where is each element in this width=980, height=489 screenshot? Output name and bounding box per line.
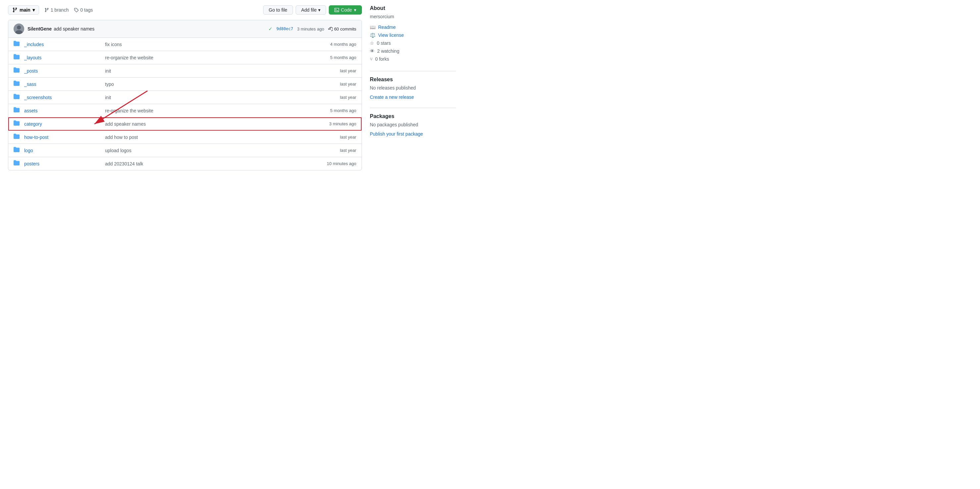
folder-svg xyxy=(14,120,19,126)
file-commit-message: add speaker names xyxy=(97,121,329,127)
sidebar: About mersorcium 📖 Readme ⚖️ View licens… xyxy=(370,5,456,170)
sidebar-divider-1 xyxy=(370,71,456,71)
file-time: 4 months ago xyxy=(330,42,356,47)
watching-item[interactable]: 👁 2 watching xyxy=(370,47,456,55)
license-link[interactable]: View license xyxy=(378,32,404,38)
file-time: last year xyxy=(340,148,356,153)
commit-hash[interactable]: 9d80ec7 xyxy=(277,27,293,31)
file-name[interactable]: category xyxy=(24,121,97,127)
file-name[interactable]: _screenshots xyxy=(24,95,97,100)
table-row[interactable]: _sass typo last year xyxy=(8,78,361,91)
code-label: Code xyxy=(341,7,352,13)
folder-icon-cell xyxy=(14,40,24,48)
svg-point-1 xyxy=(17,25,21,30)
folder-icon-cell xyxy=(14,80,24,88)
folder-icon-cell xyxy=(14,120,24,127)
table-row[interactable]: how-to-post add how to post last year xyxy=(8,131,361,144)
packages-title: Packages xyxy=(370,113,456,119)
code-button[interactable]: Code ▾ xyxy=(329,5,362,14)
folder-icon xyxy=(14,80,19,88)
commit-author[interactable]: SilentGene xyxy=(27,26,52,32)
file-time: last year xyxy=(340,68,356,73)
file-name[interactable]: _includes xyxy=(24,42,97,47)
tag-icon xyxy=(74,8,78,12)
top-bar-right: Go to file Add file ▾ Code ▾ xyxy=(263,5,362,14)
commits-count[interactable]: 60 commits xyxy=(328,27,356,32)
file-time: last year xyxy=(340,81,356,86)
table-row[interactable]: _screenshots init last year xyxy=(8,91,361,104)
table-row[interactable]: posters add 20230124 talk 10 minutes ago xyxy=(8,157,361,170)
about-section: About mersorcium 📖 Readme ⚖️ View licens… xyxy=(370,5,456,63)
packages-section: Packages No packages published Publish y… xyxy=(370,113,456,137)
readme-link[interactable]: Readme xyxy=(378,24,396,30)
table-row[interactable]: _layouts re-organize the website 5 month… xyxy=(8,51,361,64)
file-name[interactable]: logo xyxy=(24,148,97,153)
commits-number: 60 xyxy=(334,27,339,32)
folder-svg xyxy=(14,67,19,73)
file-commit-message: init xyxy=(97,68,340,73)
commit-meta: ✓ 9d80ec7 3 minutes ago 60 commits xyxy=(269,26,356,32)
folder-icon xyxy=(14,160,19,167)
author-avatar[interactable] xyxy=(14,24,24,34)
no-releases-text: No releases published xyxy=(370,85,456,91)
file-name[interactable]: posters xyxy=(24,161,97,166)
folder-icon xyxy=(14,133,19,141)
file-commit-message: init xyxy=(97,95,340,100)
add-file-button[interactable]: Add file ▾ xyxy=(296,5,326,14)
sidebar-divider-2 xyxy=(370,108,456,108)
table-row[interactable]: _posts init last year xyxy=(8,64,361,78)
table-row[interactable]: _includes fix icons 4 months ago xyxy=(8,38,361,51)
folder-svg xyxy=(14,40,19,46)
branch-selector[interactable]: main ▾ xyxy=(8,5,39,14)
file-commit-message: upload logos xyxy=(97,148,340,153)
tag-count-tag[interactable]: 0 tags xyxy=(74,7,93,13)
add-file-label: Add file xyxy=(301,7,317,13)
stars-item[interactable]: ☆ 0 stars xyxy=(370,39,456,47)
create-release-link[interactable]: Create a new release xyxy=(370,94,414,100)
fork-icon: ⑂ xyxy=(370,56,372,62)
folder-icon xyxy=(14,54,19,61)
file-commit-message: re-organize the website xyxy=(97,108,330,113)
about-title: About xyxy=(370,5,456,11)
branch-count-label: 1 branch xyxy=(51,7,68,13)
folder-icon xyxy=(14,94,19,101)
file-time: 5 months ago xyxy=(330,55,356,60)
goto-file-button[interactable]: Go to file xyxy=(263,5,293,14)
folder-icon xyxy=(14,120,19,127)
folder-icon xyxy=(14,147,19,154)
folder-icon-cell xyxy=(14,107,24,115)
table-row[interactable]: category add speaker names 3 minutes ago xyxy=(8,117,361,131)
top-bar: main ▾ 1 branch 0 tags Go to file xyxy=(8,5,362,14)
forks-count: 0 forks xyxy=(375,56,389,62)
repo-description: mersorcium xyxy=(370,14,456,19)
folder-icon-cell xyxy=(14,160,24,167)
table-row[interactable]: logo upload logos last year xyxy=(8,144,361,157)
tag-count-label: 0 tags xyxy=(80,7,93,13)
check-icon: ✓ xyxy=(269,26,272,32)
file-name[interactable]: how-to-post xyxy=(24,135,97,140)
folder-icon-cell xyxy=(14,54,24,61)
file-name[interactable]: _posts xyxy=(24,68,97,73)
branch-count-tag[interactable]: 1 branch xyxy=(45,7,68,13)
top-bar-left: main ▾ 1 branch 0 tags xyxy=(8,5,93,14)
file-name[interactable]: _layouts xyxy=(24,55,97,61)
license-item[interactable]: ⚖️ View license xyxy=(370,31,456,39)
readme-item[interactable]: 📖 Readme xyxy=(370,23,456,31)
file-name[interactable]: assets xyxy=(24,108,97,113)
commits-label: commits xyxy=(340,27,356,32)
scale-icon: ⚖️ xyxy=(370,32,375,38)
folder-icon-cell xyxy=(14,133,24,141)
publish-package-link[interactable]: Publish your first package xyxy=(370,131,423,137)
history-icon xyxy=(328,27,333,31)
add-file-chevron: ▾ xyxy=(318,7,320,13)
commit-message: add speaker names xyxy=(54,26,94,32)
releases-title: Releases xyxy=(370,76,456,83)
forks-item[interactable]: ⑂ 0 forks xyxy=(370,55,456,63)
branch-icon xyxy=(12,7,18,13)
commit-info: SilentGene add speaker names xyxy=(27,26,265,32)
folder-svg xyxy=(14,147,19,153)
file-name[interactable]: _sass xyxy=(24,81,97,87)
table-row[interactable]: assets re-organize the website 5 months … xyxy=(8,104,361,117)
releases-section: Releases No releases published Create a … xyxy=(370,76,456,100)
file-time: 10 minutes ago xyxy=(327,161,356,166)
